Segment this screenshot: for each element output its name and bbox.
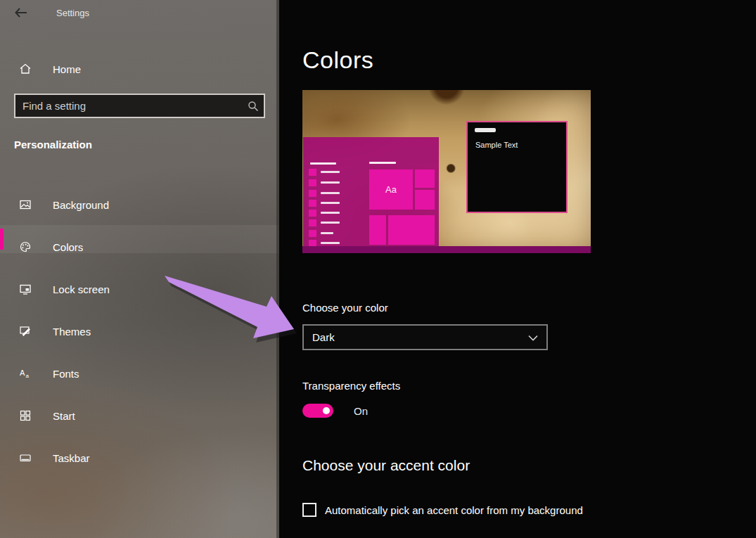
- accent-section-heading: Choose your accent color: [302, 457, 470, 474]
- toggle-state-label: On: [354, 405, 368, 417]
- sidebar-item-taskbar[interactable]: Taskbar: [0, 444, 279, 472]
- choose-color-label: Choose your color: [302, 302, 388, 314]
- sidebar-item-label: Start: [53, 410, 75, 422]
- sidebar-item-label: Colors: [53, 241, 83, 253]
- preview-start-menu: Aa: [303, 137, 439, 246]
- window-title: Settings: [56, 8, 89, 18]
- preview-tile: [388, 215, 435, 245]
- preview-app-row: [309, 179, 316, 186]
- lock-screen-icon: [19, 283, 32, 295]
- transparency-toggle[interactable]: [302, 404, 333, 418]
- preview-app-row: [309, 200, 316, 207]
- preview-app-label-line: [321, 232, 333, 234]
- preview-tile: [415, 190, 435, 210]
- transparency-label: Transparency effects: [302, 380, 400, 392]
- auto-accent-checkbox-label: Automatically pick an accent color from …: [325, 504, 583, 516]
- back-button[interactable]: [13, 6, 30, 23]
- preview-window-title-chip: [475, 128, 496, 132]
- preview-app-label-line: [321, 212, 340, 214]
- auto-accent-checkbox[interactable]: [302, 503, 316, 517]
- main-pane: Colors Aa: [279, 0, 756, 538]
- sidebar-item-fonts[interactable]: Aa Fonts: [0, 359, 279, 388]
- preview-app-label-line: [321, 171, 340, 173]
- preview-tile-aa: Aa: [369, 169, 413, 210]
- window-header: Settings: [0, 0, 279, 28]
- preview-sample-window: Sample Text: [466, 121, 568, 213]
- preview-sample-text: Sample Text: [475, 141, 518, 149]
- toggle-knob: [323, 407, 330, 414]
- preview-app-row: [309, 210, 316, 217]
- sidebar-item-home[interactable]: Home: [0, 55, 279, 83]
- svg-text:a: a: [26, 373, 30, 379]
- themes-brush-icon: [19, 325, 32, 338]
- preview-app-label-line: [321, 181, 340, 184]
- taskbar-icon: [19, 451, 32, 464]
- preview-app-row: [309, 219, 316, 226]
- back-arrow-icon: [15, 8, 27, 20]
- sidebar-item-colors[interactable]: Colors: [0, 233, 279, 261]
- preview-app-row: [309, 169, 316, 176]
- home-icon: [19, 63, 32, 75]
- preview-tile: [369, 215, 386, 245]
- sidebar-item-label: Background: [53, 199, 109, 211]
- search-input[interactable]: [15, 100, 243, 112]
- preview-tile-label: Aa: [385, 184, 397, 195]
- search-icon[interactable]: [243, 96, 264, 117]
- sidebar-item-themes[interactable]: Themes: [0, 317, 279, 345]
- preview-list-header-line: [310, 162, 336, 165]
- preview-tile: [415, 169, 435, 188]
- preview-app-label-line: [321, 202, 340, 204]
- theme-preview-image: Aa Sample Text: [302, 90, 591, 253]
- svg-text:A: A: [20, 369, 25, 377]
- preview-app-label-line: [321, 222, 340, 224]
- preview-app-row: [309, 230, 316, 237]
- chevron-down-icon: [528, 331, 538, 343]
- section-header: Personalization: [14, 139, 92, 150]
- fonts-icon: Aa: [19, 367, 32, 380]
- background-image-icon: [19, 198, 32, 211]
- sidebar-item-background[interactable]: Background: [0, 191, 279, 219]
- preview-app-label-line: [321, 242, 340, 244]
- start-grid-icon: [19, 409, 32, 422]
- preview-app-row: [309, 190, 316, 197]
- preview-tiles-header-line: [369, 162, 396, 164]
- auto-accent-row: Automatically pick an accent color from …: [302, 503, 583, 517]
- color-mode-dropdown[interactable]: Dark: [302, 324, 548, 350]
- sidebar-item-lock-screen[interactable]: Lock screen: [0, 275, 279, 303]
- sidebar: Settings Home Personalization Background: [0, 0, 279, 538]
- settings-window: Settings Home Personalization Background: [0, 0, 756, 538]
- page-title: Colors: [302, 46, 373, 74]
- preview-taskbar-strip: [302, 246, 591, 253]
- sidebar-item-label: Lock screen: [53, 283, 110, 295]
- sidebar-item-start[interactable]: Start: [0, 402, 279, 430]
- sidebar-item-label: Home: [53, 63, 81, 75]
- sidebar-item-label: Fonts: [53, 368, 79, 380]
- preview-app-label-line: [321, 192, 340, 194]
- search-box: [14, 94, 265, 118]
- dropdown-selected-value: Dark: [312, 331, 335, 343]
- sidebar-item-label: Themes: [53, 326, 91, 338]
- color-palette-icon: [19, 241, 32, 253]
- sidebar-item-label: Taskbar: [53, 452, 90, 464]
